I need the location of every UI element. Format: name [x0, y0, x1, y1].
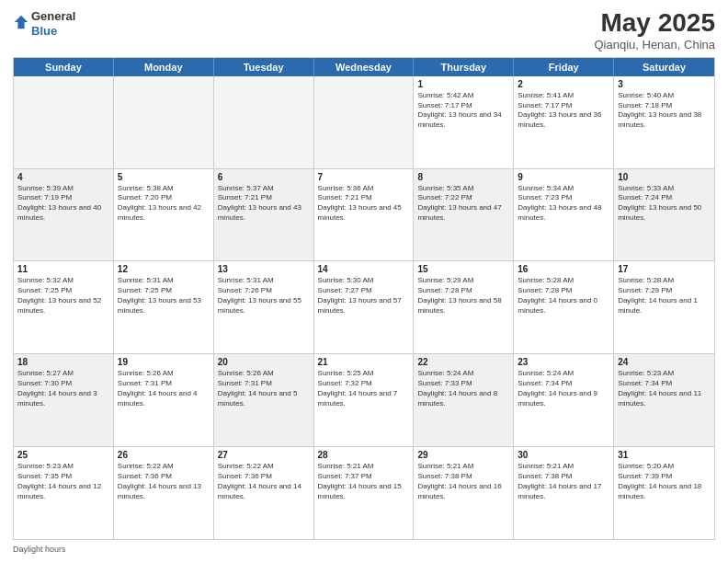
calendar-cell-22: 22Sunrise: 5:24 AMSunset: 7:33 PMDayligh… — [414, 354, 514, 446]
day-number: 31 — [618, 450, 711, 460]
day-number: 21 — [318, 357, 410, 367]
day-number: 29 — [417, 450, 509, 460]
logo-text-general: General — [31, 9, 75, 24]
calendar-cell-23: 23Sunrise: 5:24 AMSunset: 7:34 PMDayligh… — [514, 354, 614, 446]
calendar-cell-10: 10Sunrise: 5:33 AMSunset: 7:24 PMDayligh… — [614, 169, 714, 261]
cell-detail: Sunrise: 5:22 AMSunset: 7:36 PMDaylight:… — [218, 462, 310, 501]
day-number: 20 — [218, 357, 310, 367]
cell-detail: Sunrise: 5:23 AMSunset: 7:35 PMDaylight:… — [17, 462, 109, 501]
calendar-cell-30: 30Sunrise: 5:21 AMSunset: 7:38 PMDayligh… — [514, 447, 614, 539]
calendar-cell-28: 28Sunrise: 5:21 AMSunset: 7:37 PMDayligh… — [314, 447, 415, 539]
calendar-cell-3: 3Sunrise: 5:40 AMSunset: 7:18 PMDaylight… — [614, 76, 714, 168]
cell-detail: Sunrise: 5:23 AMSunset: 7:34 PMDaylight:… — [618, 369, 711, 408]
cell-detail: Sunrise: 5:20 AMSunset: 7:39 PMDaylight:… — [618, 462, 711, 501]
calendar-cell-5: 5Sunrise: 5:38 AMSunset: 7:20 PMDaylight… — [114, 169, 214, 261]
calendar-row-3: 11Sunrise: 5:32 AMSunset: 7:25 PMDayligh… — [14, 260, 714, 353]
calendar-cell-20: 20Sunrise: 5:26 AMSunset: 7:31 PMDayligh… — [214, 354, 314, 446]
day-number: 19 — [118, 357, 210, 367]
calendar-cell-18: 18Sunrise: 5:27 AMSunset: 7:30 PMDayligh… — [14, 354, 114, 446]
day-number: 9 — [518, 172, 609, 182]
day-number: 23 — [518, 357, 609, 367]
cell-detail: Sunrise: 5:39 AMSunset: 7:19 PMDaylight:… — [17, 184, 109, 224]
footer-label: Daylight hours — [13, 545, 66, 554]
calendar-row-2: 4Sunrise: 5:39 AMSunset: 7:19 PMDaylight… — [14, 168, 714, 261]
cell-detail: Sunrise: 5:33 AMSunset: 7:24 PMDaylight:… — [618, 184, 711, 224]
day-header-thursday: Thursday — [414, 58, 514, 76]
calendar-body: 1Sunrise: 5:42 AMSunset: 7:17 PMDaylight… — [14, 76, 714, 539]
cell-detail: Sunrise: 5:28 AMSunset: 7:28 PMDaylight:… — [518, 276, 609, 316]
day-number: 3 — [618, 79, 711, 89]
day-number: 17 — [618, 264, 711, 274]
day-number: 30 — [518, 450, 609, 460]
day-number: 1 — [417, 79, 509, 89]
calendar-cell-empty — [14, 76, 114, 168]
calendar-cell-2: 2Sunrise: 5:41 AMSunset: 7:17 PMDaylight… — [514, 76, 614, 168]
calendar-row-1: 1Sunrise: 5:42 AMSunset: 7:17 PMDaylight… — [14, 76, 714, 168]
calendar: SundayMondayTuesdayWednesdayThursdayFrid… — [13, 57, 715, 540]
cell-detail: Sunrise: 5:29 AMSunset: 7:28 PMDaylight:… — [417, 276, 509, 316]
calendar-cell-15: 15Sunrise: 5:29 AMSunset: 7:28 PMDayligh… — [414, 261, 514, 353]
calendar-cell-27: 27Sunrise: 5:22 AMSunset: 7:36 PMDayligh… — [214, 447, 314, 539]
logo-icon — [13, 14, 29, 30]
cell-detail: Sunrise: 5:37 AMSunset: 7:21 PMDaylight:… — [218, 184, 310, 224]
calendar-cell-29: 29Sunrise: 5:21 AMSunset: 7:38 PMDayligh… — [414, 447, 514, 539]
day-number: 26 — [118, 450, 210, 460]
cell-detail: Sunrise: 5:21 AMSunset: 7:38 PMDaylight:… — [518, 462, 609, 501]
cell-detail: Sunrise: 5:21 AMSunset: 7:38 PMDaylight:… — [417, 462, 509, 501]
cell-detail: Sunrise: 5:26 AMSunset: 7:31 PMDaylight:… — [118, 369, 210, 408]
day-number: 10 — [618, 172, 711, 182]
day-number: 2 — [518, 79, 609, 89]
calendar-cell-empty — [314, 76, 415, 168]
calendar-cell-1: 1Sunrise: 5:42 AMSunset: 7:17 PMDaylight… — [414, 76, 514, 168]
page-header: General Blue May 2025 Qianqiu, Henan, Ch… — [13, 9, 715, 52]
cell-detail: Sunrise: 5:41 AMSunset: 7:17 PMDaylight:… — [518, 91, 609, 131]
location-subtitle: Qianqiu, Henan, China — [594, 38, 715, 52]
day-header-wednesday: Wednesday — [314, 58, 415, 76]
svg-marker-0 — [15, 15, 28, 28]
calendar-cell-26: 26Sunrise: 5:22 AMSunset: 7:36 PMDayligh… — [114, 447, 214, 539]
calendar-row-5: 25Sunrise: 5:23 AMSunset: 7:35 PMDayligh… — [14, 446, 714, 539]
calendar-cell-24: 24Sunrise: 5:23 AMSunset: 7:34 PMDayligh… — [614, 354, 714, 446]
calendar-cell-12: 12Sunrise: 5:31 AMSunset: 7:25 PMDayligh… — [114, 261, 214, 353]
cell-detail: Sunrise: 5:30 AMSunset: 7:27 PMDaylight:… — [318, 276, 410, 316]
calendar-cell-empty — [214, 76, 314, 168]
cell-detail: Sunrise: 5:22 AMSunset: 7:36 PMDaylight:… — [118, 462, 210, 501]
calendar-cell-19: 19Sunrise: 5:26 AMSunset: 7:31 PMDayligh… — [114, 354, 214, 446]
day-number: 13 — [218, 264, 310, 274]
calendar-row-4: 18Sunrise: 5:27 AMSunset: 7:30 PMDayligh… — [14, 353, 714, 446]
cell-detail: Sunrise: 5:38 AMSunset: 7:20 PMDaylight:… — [118, 184, 210, 224]
day-number: 6 — [218, 172, 310, 182]
month-title: May 2025 — [594, 9, 715, 38]
calendar-cell-empty — [114, 76, 214, 168]
day-number: 15 — [417, 264, 509, 274]
day-number: 11 — [17, 264, 109, 274]
day-number: 18 — [17, 357, 109, 367]
cell-detail: Sunrise: 5:25 AMSunset: 7:32 PMDaylight:… — [318, 369, 410, 408]
cell-detail: Sunrise: 5:36 AMSunset: 7:21 PMDaylight:… — [318, 184, 410, 224]
footer: Daylight hours — [13, 545, 715, 554]
logo-text-blue: Blue — [31, 24, 75, 39]
day-number: 25 — [17, 450, 109, 460]
calendar-cell-16: 16Sunrise: 5:28 AMSunset: 7:28 PMDayligh… — [514, 261, 614, 353]
cell-detail: Sunrise: 5:21 AMSunset: 7:37 PMDaylight:… — [318, 462, 410, 501]
calendar-cell-14: 14Sunrise: 5:30 AMSunset: 7:27 PMDayligh… — [314, 261, 415, 353]
day-header-monday: Monday — [114, 58, 214, 76]
cell-detail: Sunrise: 5:35 AMSunset: 7:22 PMDaylight:… — [417, 184, 509, 224]
day-number: 16 — [518, 264, 609, 274]
cell-detail: Sunrise: 5:24 AMSunset: 7:33 PMDaylight:… — [417, 369, 509, 408]
day-number: 4 — [17, 172, 109, 182]
day-number: 12 — [118, 264, 210, 274]
calendar-header: SundayMondayTuesdayWednesdayThursdayFrid… — [14, 58, 714, 76]
day-header-friday: Friday — [514, 58, 614, 76]
cell-detail: Sunrise: 5:31 AMSunset: 7:26 PMDaylight:… — [218, 276, 310, 316]
day-number: 14 — [318, 264, 410, 274]
logo: General Blue — [13, 9, 75, 38]
day-number: 28 — [318, 450, 410, 460]
cell-detail: Sunrise: 5:28 AMSunset: 7:29 PMDaylight:… — [618, 276, 711, 316]
cell-detail: Sunrise: 5:26 AMSunset: 7:31 PMDaylight:… — [218, 369, 310, 408]
calendar-cell-7: 7Sunrise: 5:36 AMSunset: 7:21 PMDaylight… — [314, 169, 415, 261]
cell-detail: Sunrise: 5:34 AMSunset: 7:23 PMDaylight:… — [518, 184, 609, 224]
cell-detail: Sunrise: 5:27 AMSunset: 7:30 PMDaylight:… — [17, 369, 109, 408]
cell-detail: Sunrise: 5:31 AMSunset: 7:25 PMDaylight:… — [118, 276, 210, 316]
calendar-cell-25: 25Sunrise: 5:23 AMSunset: 7:35 PMDayligh… — [14, 447, 114, 539]
